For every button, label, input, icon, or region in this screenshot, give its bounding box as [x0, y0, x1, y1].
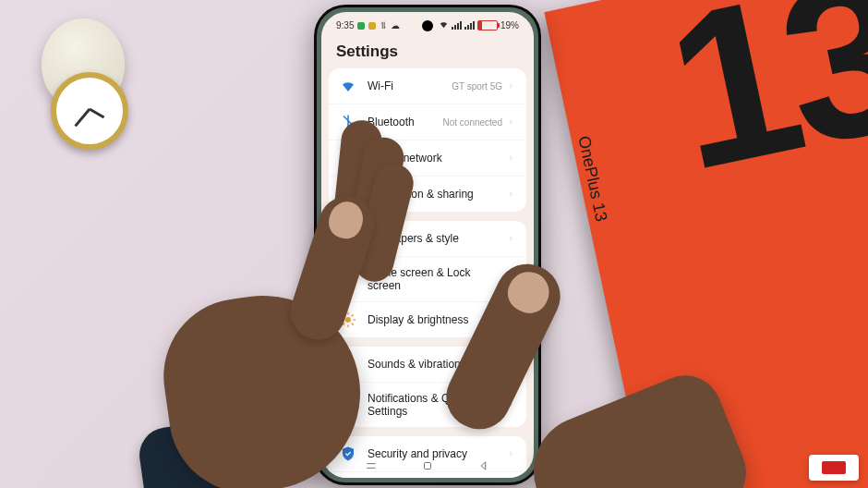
settings-row-home-lock[interactable]: Home screen & Lock screen: [329, 256, 526, 301]
settings-row-mobile-network[interactable]: Mobile network: [329, 140, 526, 176]
settings-list: Wi-FiGT sport 5GBluetoothNot connectedMo…: [321, 68, 534, 478]
chevron-right-icon: [506, 153, 515, 163]
share-icon: [340, 186, 356, 202]
settings-row-connection-sharing[interactable]: Connection & sharing: [329, 176, 526, 212]
mobile-icon: [340, 150, 356, 166]
row-label: Wallpapers & style: [368, 232, 506, 245]
settings-group: Wi-FiGT sport 5GBluetoothNot connectedMo…: [329, 68, 526, 212]
status-time: 9:35: [336, 20, 354, 30]
status-indicator-yellow: [368, 22, 376, 30]
page-title: Settings: [321, 31, 534, 68]
svg-rect-8: [342, 273, 347, 278]
svg-point-5: [344, 237, 346, 238]
settings-row-notifications[interactable]: Notifications & Quick Settings: [329, 382, 526, 427]
settings-row-wallpapers[interactable]: Wallpapers & style: [329, 221, 526, 256]
chevron-right-icon: [506, 117, 515, 127]
svg-rect-11: [349, 280, 355, 286]
svg-point-16: [344, 401, 347, 404]
settings-group: Wallpapers & styleHome screen & Lock scr…: [329, 221, 526, 337]
status-extra-icon: ⥮: [380, 20, 387, 30]
settings-row-sounds[interactable]: Sounds & vibration: [329, 347, 526, 382]
sun-icon: [340, 311, 356, 328]
row-value: GT sport 5G: [452, 81, 502, 92]
chevron-right-icon: [506, 189, 515, 199]
channel-logo: [809, 455, 859, 481]
battery-icon: [477, 20, 498, 30]
camera-punch-hole: [422, 20, 433, 31]
settings-row-bluetooth[interactable]: BluetoothNot connected: [329, 104, 526, 140]
settings-group: Sounds & vibrationNotifications & Quick …: [329, 347, 526, 427]
row-value: Not connected: [443, 117, 503, 128]
row-label: Sounds & vibration: [368, 358, 506, 371]
svg-rect-13: [342, 399, 355, 410]
sliders-icon: [340, 396, 356, 413]
svg-rect-9: [349, 273, 355, 278]
settings-row-wifi[interactable]: Wi-FiGT sport 5G: [329, 68, 526, 104]
row-label: Notifications & Quick Settings: [368, 392, 506, 418]
svg-rect-20: [425, 463, 431, 470]
row-label: Bluetooth: [368, 116, 443, 128]
row-label: Home screen & Lock screen: [368, 266, 506, 292]
scene: OnePlus 13 13 9:35 ⥮ ☁: [0, 0, 868, 488]
grid-icon: [340, 271, 356, 287]
bluetooth-icon: [340, 114, 356, 130]
svg-point-12: [345, 317, 351, 323]
box-number: 13: [649, 0, 868, 221]
svg-point-7: [350, 237, 352, 238]
chevron-right-icon: [506, 234, 515, 243]
phone-screen: 9:35 ⥮ ☁ 19% Settings Wi-FiGT sp: [321, 12, 534, 478]
battery-percent: 19%: [500, 20, 519, 30]
row-label: Connection & sharing: [368, 188, 506, 201]
chevron-right-icon: [506, 274, 515, 284]
signal-bars-icon-2: [464, 21, 475, 30]
svg-rect-10: [342, 280, 347, 286]
nav-back-button[interactable]: [477, 459, 490, 472]
chevron-right-icon: [506, 400, 515, 409]
row-label: Mobile network: [368, 152, 506, 165]
svg-point-17: [349, 406, 352, 409]
wifi-status-icon: [439, 19, 449, 31]
row-label: Display & brightness: [368, 313, 506, 326]
desk-clock: [32, 18, 134, 157]
wifi-icon: [340, 78, 356, 94]
cloud-icon: ☁: [391, 20, 400, 30]
navigation-bar: [321, 454, 534, 478]
palette-icon: [340, 230, 356, 247]
nav-recent-button[interactable]: [365, 459, 378, 472]
status-indicator-green: [357, 22, 365, 30]
chevron-right-icon: [506, 315, 515, 324]
row-label: Wi-Fi: [368, 79, 452, 92]
signal-bars-icon: [452, 21, 462, 30]
nav-home-button[interactable]: [421, 459, 434, 472]
chevron-right-icon: [506, 360, 515, 369]
svg-point-6: [347, 235, 349, 237]
chevron-right-icon: [506, 81, 515, 91]
phone-frame: 9:35 ⥮ ☁ 19% Settings Wi-FiGT sp: [314, 5, 541, 485]
settings-row-display[interactable]: Display & brightness: [329, 301, 526, 337]
bell-icon: [340, 356, 356, 372]
